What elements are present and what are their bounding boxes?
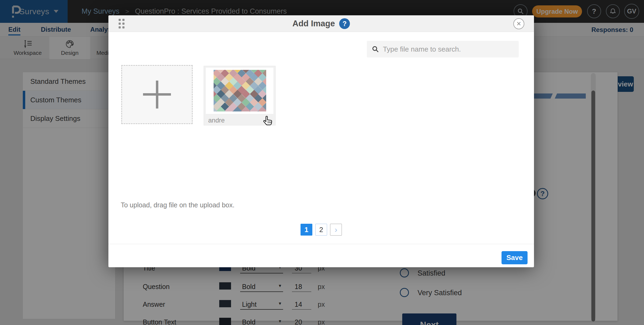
chevron-right-icon: › <box>335 225 337 234</box>
upload-hint-text: To upload, drag file on the upload box. <box>121 201 235 209</box>
page-button-1[interactable]: 1 <box>301 224 312 236</box>
file-search-input[interactable] <box>383 45 512 53</box>
save-button[interactable]: Save <box>502 251 528 264</box>
modal-title-row: Add Image ? <box>108 15 534 32</box>
pagination: 1 2 › <box>108 224 534 236</box>
modal-help-button[interactable]: ? <box>339 18 350 29</box>
close-icon: ✕ <box>516 20 521 27</box>
questionpro-app: Surveys My Surveys > QuestionPro : Servi… <box>0 0 644 325</box>
next-page-button[interactable]: › <box>330 224 342 236</box>
upload-dropzone[interactable] <box>121 65 193 124</box>
page-button-2[interactable]: 2 <box>315 224 327 236</box>
file-search-box <box>367 41 519 57</box>
image-thumbnail-label: andre <box>208 117 225 124</box>
modal-footer: Save <box>108 244 534 267</box>
modal-title: Add Image <box>292 19 335 28</box>
add-image-modal: Add Image ? ✕ andre <box>108 15 534 267</box>
image-thumbnail-mosaic <box>214 70 266 111</box>
image-thumbnail-card[interactable]: andre <box>204 66 276 125</box>
image-thumbnail-frame <box>206 68 273 114</box>
search-icon <box>372 45 379 53</box>
modal-close-button[interactable]: ✕ <box>513 18 524 29</box>
